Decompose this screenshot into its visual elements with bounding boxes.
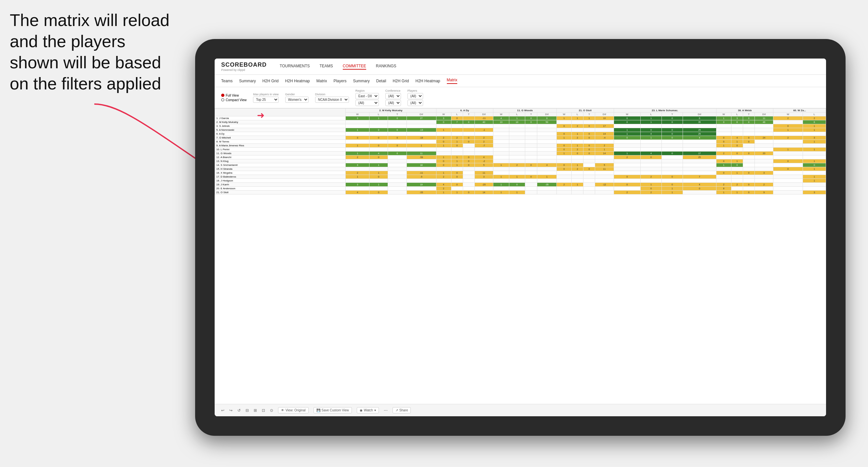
full-view-option[interactable]: Full View — [221, 94, 247, 97]
zoom-out-icon[interactable]: ⊟ — [246, 408, 249, 413]
cell: 0 — [661, 128, 683, 132]
cell: 2 — [346, 155, 369, 159]
nav-teams[interactable]: TEAMS — [319, 64, 333, 70]
subh-d4: Dif — [595, 113, 614, 117]
cell — [773, 183, 803, 187]
tab-summary[interactable]: Summary — [239, 79, 256, 83]
share-btn[interactable]: ↗ Share — [393, 407, 411, 413]
cell: 1 — [641, 183, 662, 187]
player-name: 16. X Mcgaha — [215, 171, 346, 175]
cell: 0 — [557, 148, 572, 152]
compact-view-radio[interactable] — [221, 98, 224, 101]
cell: -2 — [474, 159, 493, 163]
cell: 2 — [571, 148, 583, 152]
cell: 0 — [743, 191, 754, 194]
cell — [583, 120, 595, 124]
nav-tournaments[interactable]: TOURNAMENTS — [280, 64, 310, 70]
cell — [716, 148, 731, 152]
tab-h2h-grid2[interactable]: H2H Grid — [393, 79, 409, 83]
cell: 0 — [661, 175, 683, 179]
cell: 1 — [451, 140, 463, 144]
division-select[interactable]: NCAA Division II — [315, 97, 349, 103]
cell — [463, 171, 474, 175]
cell: 1 — [803, 124, 826, 128]
cell: 1 — [436, 128, 451, 132]
cell — [583, 179, 595, 183]
cell: 2 — [557, 183, 572, 187]
more-options-icon[interactable]: ⋯ — [384, 408, 388, 413]
cell — [451, 132, 463, 136]
cell — [493, 179, 509, 183]
conference-sub-select[interactable]: (All) — [385, 100, 401, 106]
cell — [388, 163, 406, 167]
compact-view-option[interactable]: Compact View — [221, 98, 247, 102]
watch-btn[interactable]: ◉ Watch ▾ — [357, 407, 379, 413]
cell — [474, 167, 493, 171]
cell — [474, 132, 493, 136]
cell — [451, 152, 463, 155]
cell — [451, 167, 463, 171]
cell: 1 — [716, 191, 731, 194]
cell — [509, 128, 525, 132]
undo-icon[interactable]: ↩ — [221, 408, 224, 413]
nav-committee[interactable]: COMMITTEE — [343, 64, 366, 70]
cell: 0 — [614, 175, 640, 179]
cell — [406, 159, 436, 163]
zoom-in-icon[interactable]: ⊞ — [254, 408, 257, 413]
cell — [557, 187, 572, 191]
players-sub-select[interactable]: (All) — [407, 100, 423, 106]
full-view-radio[interactable] — [221, 94, 224, 97]
cell: 0 — [388, 128, 406, 132]
save-custom-view-btn[interactable]: 💾 Save Custom View — [313, 407, 352, 413]
refresh-icon[interactable]: ↺ — [238, 408, 241, 413]
tab-summary2[interactable]: Summary — [353, 79, 369, 83]
table-row: 20. E Andersson 2 — [215, 187, 826, 191]
cell — [369, 159, 388, 163]
players-select[interactable]: (All) — [407, 93, 423, 99]
gender-select[interactable]: Women's — [285, 97, 309, 103]
cell — [641, 171, 662, 175]
tab-h2h-heatmap2[interactable]: H2H Heatmap — [415, 79, 440, 83]
cell: 50 — [537, 120, 557, 124]
region-select[interactable]: East - DII — [355, 93, 379, 99]
subh-l7: L — [803, 113, 826, 117]
cell — [571, 120, 583, 124]
matrix-scroll-area[interactable]: 2. M Kelly Mulcahy 6. A Dy 11. G Woods 2… — [215, 108, 826, 404]
cell — [474, 187, 493, 191]
cell — [525, 124, 537, 128]
cell: 0 — [463, 120, 474, 124]
settings-icon[interactable]: ⊙ — [270, 408, 273, 413]
table-row: 6. A Dy — [215, 132, 826, 136]
cell — [583, 191, 595, 194]
cell — [346, 167, 369, 171]
tab-teams[interactable]: Teams — [221, 79, 232, 83]
nav-rankings[interactable]: RANKINGS — [376, 64, 397, 70]
header-player-col — [215, 108, 346, 117]
cell: 0 — [557, 132, 572, 136]
tab-players[interactable]: Players — [333, 79, 346, 83]
tab-matrix[interactable]: Matrix — [316, 79, 327, 83]
tab-detail[interactable]: Detail — [376, 79, 386, 83]
cell — [583, 163, 595, 167]
max-players-select[interactable]: Top 25 — [253, 97, 279, 103]
tab-matrix2[interactable]: Matrix — [447, 78, 458, 84]
cell: 1 — [571, 132, 583, 136]
cell — [773, 155, 803, 159]
cell: 0 — [583, 167, 595, 171]
tab-h2h-grid[interactable]: H2H Grid — [262, 79, 279, 83]
conference-select[interactable]: (All) — [385, 93, 401, 99]
view-original-btn[interactable]: 👁 View: Original — [278, 407, 309, 413]
cell: 0 — [716, 171, 731, 175]
redo-icon[interactable]: ↪ — [229, 408, 232, 413]
cell: 0 — [369, 136, 388, 140]
cell — [493, 128, 509, 132]
tab-h2h-heatmap[interactable]: H2H Heatmap — [285, 79, 310, 83]
cell — [537, 128, 557, 132]
region-sub-select[interactable]: (All) — [355, 100, 379, 106]
fit-icon[interactable]: ⊡ — [262, 408, 265, 413]
cell: 4 — [683, 183, 716, 187]
cell — [493, 144, 509, 148]
cell — [463, 124, 474, 128]
cell: 0 — [661, 183, 683, 187]
cell: 2 — [436, 175, 451, 179]
